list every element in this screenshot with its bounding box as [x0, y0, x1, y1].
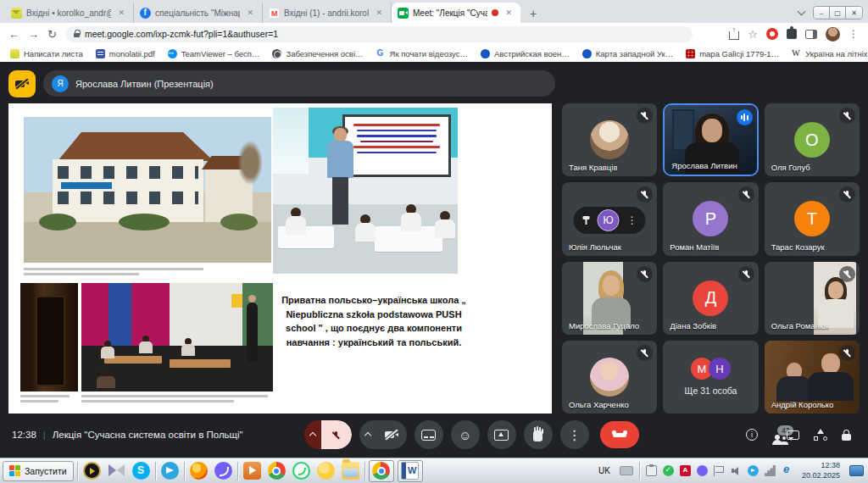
word-window-button[interactable] [398, 460, 423, 482]
bookmark-video-meeting[interactable]: Як почати відеозус… [376, 49, 469, 58]
language-indicator[interactable]: UK [595, 464, 614, 477]
chrome-canary-icon[interactable] [317, 462, 335, 480]
camera-options-chevron[interactable] [359, 420, 376, 449]
blue-dot-icon [582, 49, 592, 58]
show-desktop-button[interactable] [849, 465, 864, 476]
camera-toggle-button[interactable] [376, 420, 407, 449]
participant-tile[interactable]: Т Тарас Козарук [765, 182, 860, 255]
close-button[interactable]: ✕ [846, 7, 862, 19]
present-button[interactable] [487, 420, 516, 449]
minimize-button[interactable]: – [814, 7, 830, 19]
extension-red-icon[interactable] [766, 28, 778, 40]
present-screen-icon [494, 430, 509, 441]
extensions-puzzle-icon[interactable] [787, 29, 797, 39]
tab-meet-active[interactable]: Meet: "Лекція "Сучасна сис… ✕ [392, 3, 520, 23]
bookmark-star-icon[interactable]: ☆ [748, 28, 758, 41]
participant-tile[interactable]: Д Діана Зобків [663, 262, 758, 335]
skype-icon[interactable] [132, 462, 150, 480]
reactions-button[interactable]: ☺ [451, 420, 480, 449]
more-participants-label: Ще 31 особа [685, 386, 737, 396]
participant-tile-speaking[interactable]: Ярослава Литвин [663, 103, 758, 176]
clipboard-tray-icon[interactable] [646, 465, 657, 476]
gmail-icon [269, 8, 280, 19]
back-button[interactable]: ← [8, 29, 19, 40]
tab-close-icon[interactable]: ✕ [244, 8, 256, 18]
chrome-icon[interactable] [268, 462, 286, 480]
shared-presentation-slide[interactable]: Приватна польсько–українська школа „ Nie… [8, 103, 552, 414]
participant-tile[interactable]: О Оля Голуб [765, 103, 860, 176]
tab-ukrnet-mail[interactable]: Вхідні • korolko_andr@ukr.net ✕ [5, 3, 134, 23]
side-panel-icon[interactable] [805, 30, 817, 39]
participant-tile[interactable]: Таня Кравців [562, 103, 657, 176]
activities-button[interactable] [814, 429, 827, 441]
bookmark-wikipedia[interactable]: Україна на літніх О… [792, 49, 868, 58]
bookmark-monolatii-pdf[interactable]: monolatii.pdf [96, 49, 155, 58]
participant-tile[interactable]: Андрій Королько [765, 341, 860, 414]
participant-tile[interactable]: Ольга Романюк [765, 262, 860, 335]
browser-e-tray-icon[interactable] [782, 465, 793, 476]
forward-button[interactable]: → [28, 29, 39, 40]
tab-gmail[interactable]: Вхідні (1) - andrii.korolko@pnu… ✕ [263, 3, 392, 23]
mic-button-group [304, 420, 352, 449]
presentation-banner[interactable]: Я Ярослава Литвин (Презентація) [43, 70, 555, 97]
lock-icon [74, 33, 80, 37]
mic-mute-button[interactable] [321, 420, 352, 449]
participant-tile[interactable]: Ольга Харченко [562, 341, 657, 414]
volume-icon[interactable] [731, 465, 742, 476]
bookmark-teamviewer[interactable]: TeamViewer – бесп… [168, 49, 260, 58]
more-options-button[interactable]: ⋮ [560, 420, 589, 449]
bookmark-map-western-ua[interactable]: Карта западной Ук… [582, 49, 673, 58]
whatsapp-icon[interactable] [292, 462, 310, 480]
chat-panel-button[interactable] [787, 430, 799, 440]
telegram-tray-icon[interactable] [748, 465, 759, 476]
pin-icon[interactable] [582, 215, 590, 225]
firefox-icon[interactable] [190, 462, 208, 480]
keyboard-icon[interactable] [620, 466, 633, 475]
address-bar[interactable]: meet.google.com/ixp-zcmk-fut?pli=1&authu… [65, 26, 693, 42]
network-signal-icon[interactable] [765, 465, 776, 476]
media-player-icon[interactable] [243, 462, 261, 480]
start-button[interactable]: Запустити [3, 461, 74, 481]
telegram-icon[interactable] [161, 462, 179, 480]
hand-icon [533, 430, 542, 441]
red-a-tray-icon[interactable] [680, 465, 691, 476]
file-explorer-icon[interactable] [342, 462, 359, 480]
reload-button[interactable]: ↻ [47, 29, 57, 40]
participant-tile[interactable]: Мирослава Гуцало [562, 262, 657, 335]
bookmark-austrian-military[interactable]: Австрийская воен… [481, 49, 570, 58]
share-icon[interactable] [729, 31, 739, 40]
browser-menu-icon[interactable]: ⋮ [849, 28, 860, 40]
taskbar-clock[interactable]: 12:38 20.02.2025 [798, 461, 843, 480]
tab-close-icon[interactable]: ✕ [115, 8, 127, 18]
action-center-flag-icon[interactable] [714, 465, 725, 476]
raise-hand-button[interactable] [524, 420, 553, 449]
new-tab-button[interactable]: + [524, 4, 542, 23]
chrome-window-button-active[interactable] [369, 460, 394, 482]
mic-options-chevron[interactable] [304, 420, 321, 449]
captions-button[interactable] [415, 420, 443, 449]
viber-tray-icon[interactable] [697, 465, 708, 476]
participant-tile[interactable]: Р Роман Матіїв [663, 182, 758, 255]
kmplayer-icon[interactable] [108, 462, 125, 480]
tile-menu-icon[interactable]: ⋮ [627, 214, 637, 226]
participant-tile[interactable]: Ю ⋮ Юлія Люльчак [562, 182, 657, 255]
host-controls-button[interactable] [842, 434, 851, 441]
bookmark-mapa-galicji[interactable]: mapa Galicji 1779-1… [686, 49, 779, 58]
viber-icon[interactable] [214, 462, 232, 480]
tab-search-chevron-icon[interactable] [798, 8, 806, 16]
leave-call-button[interactable] [600, 421, 639, 448]
profile-avatar[interactable] [826, 27, 840, 42]
tab-close-icon[interactable]: ✕ [373, 8, 385, 18]
overflow-participants-tile[interactable]: М Н Ще 31 особа [663, 341, 758, 414]
camera-off-warning-button[interactable] [8, 70, 36, 97]
meeting-details-button[interactable] [746, 429, 758, 441]
antivirus-tray-icon[interactable] [663, 465, 674, 476]
tab-close-icon[interactable]: ✕ [503, 8, 515, 18]
bookmark-education[interactable]: Забезпечення осві… [272, 49, 363, 58]
tab-facebook[interactable]: спеціальність "Міжнародні від… ✕ [134, 3, 263, 23]
restore-button[interactable]: ▢ [830, 7, 846, 19]
aimp-icon[interactable] [83, 462, 101, 480]
bookmark-write-letter[interactable]: Написати листа [10, 49, 83, 58]
avatar: О [794, 122, 830, 158]
url-text[interactable]: meet.google.com/ixp-zcmk-fut?pli=1&authu… [85, 29, 278, 39]
